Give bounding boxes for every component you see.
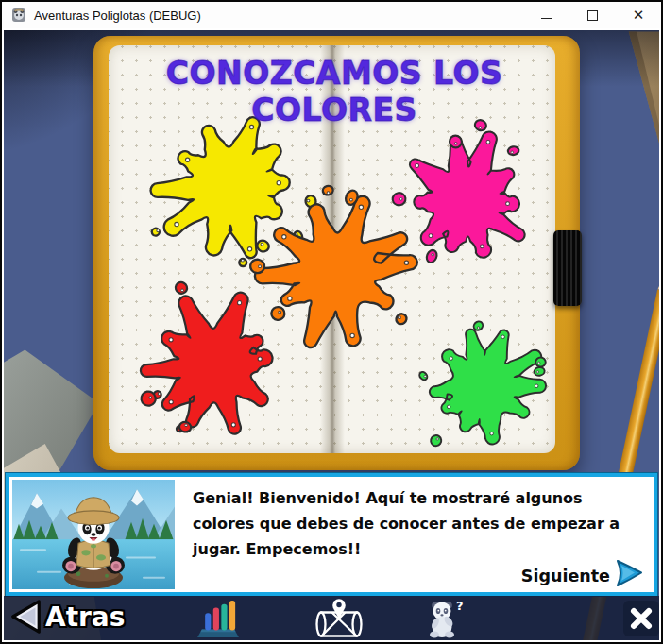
app-icon <box>11 8 26 23</box>
maximize-icon <box>587 10 598 21</box>
bar-chart-icon <box>196 599 241 638</box>
next-arrow-icon[interactable] <box>614 558 646 588</box>
window-controls: ✕ <box>538 8 646 23</box>
help-button[interactable]: ? <box>425 598 468 640</box>
title-bar: Aventuras Poliglotas (DEBUG) ✕ <box>2 2 661 28</box>
back-button[interactable]: Atras <box>8 599 125 635</box>
next-button[interactable]: Siguiente <box>521 567 610 585</box>
bottom-nav-bar: Atras <box>4 596 659 640</box>
tutorial-dialog: Genial! Bienvenido! Aquí te mostraré alg… <box>6 473 657 596</box>
back-arrow-icon <box>8 599 43 635</box>
dialog-message: Genial! Bienvenido! Aquí te mostraré alg… <box>193 485 646 562</box>
maximize-button[interactable] <box>585 8 600 23</box>
exit-x-icon <box>627 604 655 633</box>
back-label: Atras <box>45 602 125 633</box>
minimize-icon <box>541 18 552 19</box>
panda-guide-image <box>12 480 175 589</box>
minimize-button[interactable] <box>538 8 553 23</box>
app-window: Aventuras Poliglotas (DEBUG) ✕ CON <box>0 0 663 644</box>
close-window-button[interactable]: ✕ <box>631 8 646 23</box>
lesson-title: CONOZCAMOS LOS COLORES <box>98 55 570 128</box>
stats-button[interactable] <box>196 599 241 640</box>
close-window-icon: ✕ <box>633 8 645 23</box>
map-button[interactable] <box>314 597 365 640</box>
exit-button[interactable] <box>623 601 659 636</box>
window-title: Aventuras Poliglotas (DEBUG) <box>34 8 538 23</box>
map-icon <box>314 597 365 640</box>
game-stage: CONOZCAMOS LOS COLORES <box>4 30 659 640</box>
paint-splat-red <box>112 263 318 472</box>
svg-text:?: ? <box>456 599 464 613</box>
paint-splat-green <box>394 297 573 481</box>
panda-help-icon: ? <box>425 598 468 639</box>
paint-splat-magenta <box>369 105 563 302</box>
